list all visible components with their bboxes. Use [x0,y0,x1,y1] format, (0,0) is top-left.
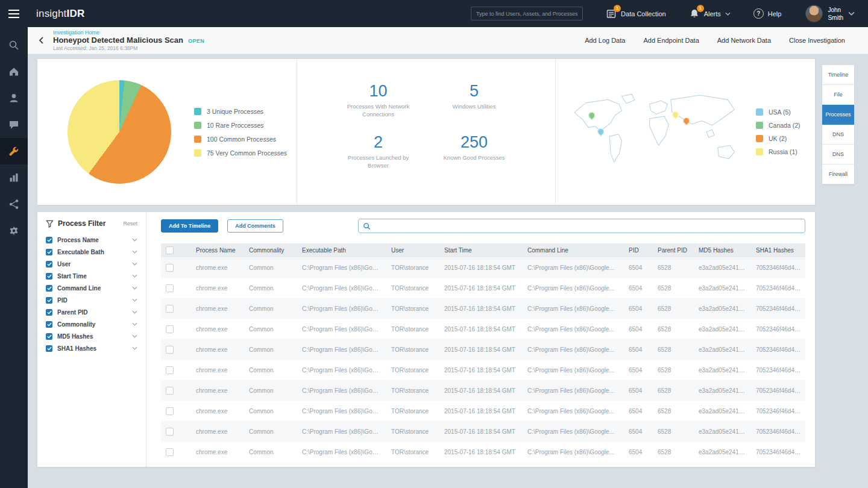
header-action-link[interactable]: Close Investigation [789,37,845,44]
column-header[interactable]: SHA1 Hashes [751,243,805,257]
chevron-down-icon[interactable] [132,310,137,314]
legend-swatch [756,135,763,142]
filter-title: Process Filter [58,219,105,228]
select-all-checkbox[interactable] [166,246,174,254]
filter-label: User [57,261,71,267]
add-comments-button[interactable]: Add Comments [227,219,283,233]
table-row[interactable]: chrome.exe Common C:\Program Files (x86)… [161,442,805,462]
sidebar-item-settings[interactable] [0,217,28,244]
back-button[interactable] [35,37,47,44]
sidebar-item-search[interactable] [0,32,28,58]
filter-checkbox[interactable] [46,321,52,328]
chat-icon [8,119,19,130]
sidebar-item-users[interactable] [0,85,28,111]
column-header[interactable]: Process Name [191,243,244,257]
filter-checkbox[interactable] [46,273,52,280]
column-header[interactable]: Parent PID [653,243,694,257]
filter-checkbox[interactable] [46,237,52,243]
filter-checkbox[interactable] [46,333,52,340]
filter-checkbox[interactable] [46,345,52,352]
row-checkbox[interactable] [166,387,174,395]
filter-item[interactable]: Process Name [37,234,146,246]
row-checkbox[interactable] [166,325,174,333]
evidence-tab[interactable]: File [822,85,854,105]
table-search-input[interactable] [358,219,805,233]
column-header[interactable]: MD5 Hashes [694,243,751,257]
header-action-link[interactable]: Add Endpoint Data [643,37,699,44]
sidebar-item-connections[interactable] [0,191,28,217]
hamburger-menu-button[interactable] [0,0,28,27]
chevron-down-icon[interactable] [132,250,137,254]
sidebar-item-reports[interactable] [0,164,28,191]
row-checkbox[interactable] [166,346,174,354]
row-checkbox[interactable] [166,407,174,415]
column-header[interactable]: Start Time [439,243,523,257]
filter-label: Executable Bath [57,249,104,255]
chevron-down-icon[interactable] [132,322,137,326]
chevron-down-icon[interactable] [132,298,137,302]
column-header[interactable]: User [386,243,439,257]
cell-start-time: 2015-07-16 18:18:54 GMT [439,278,523,298]
table-row[interactable]: chrome.exe Common C:\Program Files (x86)… [161,298,805,319]
filter-checkbox[interactable] [46,309,52,316]
column-header[interactable]: PID [624,243,653,257]
filter-checkbox[interactable] [46,285,52,292]
global-search-input[interactable] [471,7,583,20]
row-checkbox[interactable] [166,264,174,272]
chevron-down-icon[interactable] [132,286,137,290]
filter-item[interactable]: MD5 Hashes [37,330,146,342]
evidence-tab[interactable]: Timeline [822,65,854,85]
sidebar-item-messages[interactable] [0,111,28,138]
table-row[interactable]: chrome.exe Common C:\Program Files (x86)… [161,421,805,442]
column-header[interactable]: Commonality [244,243,297,257]
row-checkbox[interactable] [166,366,174,374]
legend-item: 100 Common Processes [194,136,287,143]
header-action-link[interactable]: Add Network Data [717,37,771,44]
row-checkbox[interactable] [166,448,174,456]
column-header[interactable]: Executable Path [297,243,386,257]
table-row[interactable]: chrome.exe Common C:\Program Files (x86)… [161,360,805,380]
alerts-button[interactable]: 1 Alerts [689,8,731,19]
chevron-down-icon[interactable] [132,238,137,242]
table-row[interactable]: chrome.exe Common C:\Program Files (x86)… [161,257,805,278]
sidebar-item-investigations[interactable] [0,138,28,164]
table-row[interactable]: chrome.exe Common C:\Program Files (x86)… [161,380,805,401]
row-checkbox[interactable] [166,428,174,436]
add-to-timeline-button[interactable]: Add To Timeline [161,219,218,233]
chevron-down-icon[interactable] [132,334,137,338]
evidence-tab[interactable]: DNS [822,125,854,145]
filter-item[interactable]: User [37,258,146,270]
filter-item[interactable]: Start Time [37,270,146,282]
user-menu[interactable]: JohnSmith [805,5,855,22]
filter-checkbox[interactable] [46,297,52,304]
filter-item[interactable]: Commonality [37,318,146,330]
chevron-down-icon[interactable] [132,274,137,278]
row-checkbox[interactable] [166,284,174,292]
table-row[interactable]: chrome.exe Common C:\Program Files (x86)… [161,319,805,339]
row-checkbox[interactable] [166,305,174,313]
help-button[interactable]: ? Help [753,8,782,19]
table-row[interactable]: chrome.exe Common C:\Program Files (x86)… [161,339,805,360]
filter-reset-link[interactable]: Reset [123,221,137,227]
column-header[interactable]: Command Line [523,243,624,257]
legend-swatch [756,108,763,116]
map-legend: USA (5) Canada (2) UK (2) Russia (1) [756,108,800,155]
filter-item[interactable]: Command Line [37,282,146,294]
table-row[interactable]: chrome.exe Common C:\Program Files (x86)… [161,401,805,421]
header-action-link[interactable]: Add Log Data [585,37,625,44]
filter-item[interactable]: PID [37,294,146,306]
table-row[interactable]: chrome.exe Common C:\Program Files (x86)… [161,278,805,298]
evidence-tab[interactable]: DNS [822,145,854,164]
evidence-tab[interactable]: Processes [822,105,854,125]
filter-item[interactable]: Parent PID [37,306,146,318]
chevron-down-icon[interactable] [132,346,137,350]
chevron-down-icon[interactable] [132,262,137,266]
filter-checkbox[interactable] [46,249,52,255]
sidebar-item-home[interactable] [0,58,28,85]
evidence-tab[interactable]: Firewall [822,164,854,184]
breadcrumb[interactable]: Investigation Home [53,30,204,36]
filter-checkbox[interactable] [46,261,52,267]
filter-item[interactable]: Executable Bath [37,246,146,258]
data-collection-button[interactable]: 1 Data Collection [606,8,666,19]
filter-item[interactable]: SHA1 Hashes [37,342,146,354]
